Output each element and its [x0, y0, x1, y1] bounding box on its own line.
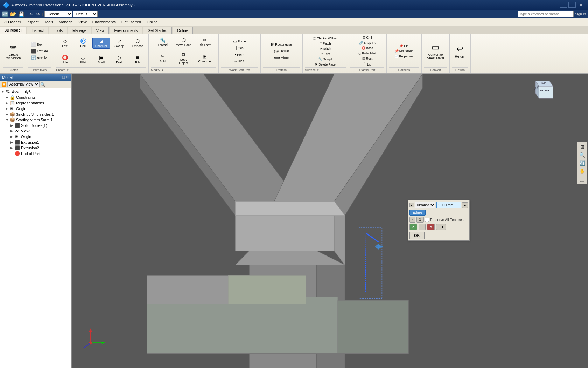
tree-item-solidbodies[interactable]: ▶ ⬛ Solid Bodies(1) — [1, 123, 70, 128]
qa-new[interactable]: 🆕 — [1, 11, 9, 18]
return-btn[interactable]: ↩ Return — [452, 35, 468, 67]
menu-inspect[interactable]: Inspect — [23, 19, 41, 25]
qa-undo[interactable]: ↩ — [29, 11, 34, 18]
tree-item-constraints[interactable]: ▶ 🔒 Constraints — [1, 95, 70, 100]
surface-dropdown-arrow[interactable]: ▾ — [317, 68, 319, 72]
tab-online[interactable]: Online — [173, 27, 193, 34]
viewcube[interactable]: FRONT LEFT TOP — [528, 77, 556, 102]
ft-chainsel-btn[interactable]: ⛓ — [416, 217, 424, 223]
coil-btn[interactable]: 🌀 Coil — [74, 38, 92, 49]
zoom-in-btn[interactable]: 🔍 — [578, 151, 586, 159]
pan-btn[interactable]: ✋ — [578, 167, 586, 175]
properties-btn[interactable]: 📄Properties — [393, 54, 415, 59]
minimize-btn[interactable]: ─ — [560, 2, 567, 8]
expand-extrusion1[interactable]: ▶ — [10, 141, 15, 144]
zoom-extents-btn[interactable]: ⊞ — [578, 143, 586, 151]
search-input[interactable] — [518, 11, 574, 17]
expand-origin[interactable]: ▶ — [6, 107, 10, 110]
expand-extrusion2[interactable]: ▶ — [10, 146, 15, 150]
rulefillet-btn[interactable]: ◡Rule Fillet — [357, 51, 377, 56]
menu-3dmodel[interactable]: 3D Model — [1, 19, 23, 25]
pingroup-btn[interactable]: 📌Pin Group — [393, 49, 415, 54]
tab-3dmodel[interactable]: 3D Model — [0, 27, 26, 34]
title-bar-controls[interactable]: ─ □ ✕ — [560, 2, 585, 8]
expand-constraints[interactable]: ▶ — [6, 96, 10, 99]
viewport[interactable]: FRONT LEFT TOP ⊞ 🔍 🔄 ✋ ⬚ ▸ Distance ▸ — [72, 74, 588, 368]
browser-filter-icon[interactable]: 🔽 — [1, 82, 7, 87]
circular-btn[interactable]: ◎Circular — [273, 48, 290, 54]
ft-preserve-checkbox[interactable] — [425, 218, 429, 222]
box-btn[interactable]: ⬜Box — [30, 41, 44, 48]
extrude-btn[interactable]: ⬛Extrude — [30, 48, 49, 54]
ft-distance-input[interactable] — [436, 202, 461, 208]
menu-tools[interactable]: Tools — [42, 19, 56, 25]
chamfer-btn[interactable]: ◢ Chamfer — [92, 38, 110, 49]
trim-btn[interactable]: ✂Trim — [319, 52, 332, 56]
point-btn[interactable]: •Point — [233, 52, 246, 58]
convertsheetmetal-btn[interactable]: ▭ Convert toSheet Metal — [425, 35, 446, 67]
browser-view-dropdown[interactable]: Assembly View — [7, 81, 40, 87]
expand-startingv[interactable]: ▼ — [6, 118, 10, 122]
tree-item-assembly3[interactable]: ▼ 🏗 Assembly3 — [1, 89, 70, 95]
snapfit-btn[interactable]: 🔗Snap Fit — [358, 40, 377, 45]
fillet-btn[interactable]: ◡ Fillet — [74, 54, 92, 65]
ft-options-btn[interactable]: ▸ — [410, 217, 415, 223]
rectangular-btn[interactable]: ⊞Rectangular — [270, 41, 294, 48]
expand-origin2[interactable]: ▶ — [10, 135, 15, 138]
browser-expand-btn[interactable]: □ — [62, 75, 65, 80]
ft-distance-mode-btn[interactable]: ▸ — [410, 203, 414, 207]
zoom-window-btn[interactable]: ⬚ — [578, 175, 586, 183]
editform-btn[interactable]: ✏ Edit Form — [195, 36, 215, 48]
rotate-btn[interactable]: 🔄 — [578, 159, 586, 167]
profile-dropdown[interactable]: Generic — [44, 11, 72, 17]
sign-in-btn[interactable]: Sign In — [574, 12, 587, 17]
expand-3inch[interactable]: ▶ — [6, 113, 10, 116]
deleteface-btn[interactable]: ✖Delete Face — [314, 62, 337, 67]
shell-btn[interactable]: ▣ Shell — [92, 54, 110, 65]
stitch-btn[interactable]: ⋈Stitch — [318, 46, 333, 51]
plane-btn[interactable]: ▭Plane — [232, 38, 247, 45]
boss-btn[interactable]: ⭕Boss — [360, 46, 374, 50]
sculpt-btn[interactable]: 🔧Sculpt — [317, 57, 333, 62]
axis-btn[interactable]: |Axis — [234, 45, 245, 51]
qa-open[interactable]: 📂 — [9, 11, 17, 18]
browser-close-btn[interactable]: ✕ — [66, 75, 69, 80]
tree-item-3inch[interactable]: ▶ 📦 3inch by 3inch sides:1 — [1, 111, 70, 117]
ft-accept-btn[interactable]: ✔ — [410, 224, 417, 230]
browser-minimize-btn[interactable]: _ — [59, 75, 61, 80]
menu-manage[interactable]: Manage — [56, 19, 76, 25]
moveface-btn[interactable]: ⬡ Move Face — [174, 36, 194, 48]
hole-btn[interactable]: ⭕ Hole — [56, 54, 74, 65]
menu-environments[interactable]: Environments — [90, 19, 119, 25]
ft-distance-inc-btn[interactable]: ▸ — [462, 202, 468, 208]
combine-btn[interactable]: ⊞ Combine — [195, 53, 215, 64]
expand-representations[interactable]: ▶ — [6, 101, 10, 105]
emboss-btn[interactable]: ⬡ Emboss — [129, 38, 146, 49]
ft-ok-btn[interactable]: OK — [410, 232, 425, 239]
expand-view[interactable]: ▶ — [10, 129, 15, 133]
ft-edges-btn[interactable]: Edges — [410, 210, 426, 216]
create-dropdown-arrow[interactable]: ▾ — [67, 68, 69, 72]
expand-assembly3[interactable]: ▼ — [1, 90, 6, 94]
ft-mode-dropdown[interactable]: Distance — [415, 202, 435, 208]
ft-cancel-btn[interactable]: ✕ — [427, 224, 435, 230]
pin-btn[interactable]: 📌Pin — [398, 43, 410, 48]
grill-btn[interactable]: ⊞Grill — [361, 35, 373, 40]
tab-manage[interactable]: Manage — [68, 27, 91, 34]
patch-btn[interactable]: ◻Patch — [318, 41, 332, 46]
create-2dsketch-btn[interactable]: ✏ Create2D Sketch — [4, 35, 23, 67]
thickenoffset-btn[interactable]: ⬚Thicken/Offset — [312, 36, 339, 41]
tab-inspect[interactable]: Inspect — [27, 27, 48, 34]
revolve-btn[interactable]: 🔄Revolve — [30, 55, 50, 61]
menu-view[interactable]: View — [76, 19, 90, 25]
sweep-btn[interactable]: ↗ Sweep — [111, 38, 128, 49]
expand-solidbodies[interactable]: ▶ — [10, 124, 15, 127]
tree-item-origin[interactable]: ▶ ✳ Origin — [1, 106, 70, 111]
color-scheme-dropdown[interactable]: Default — [73, 11, 98, 17]
qa-save[interactable]: 💾 — [18, 11, 25, 18]
tree-item-extrusion2[interactable]: ▶ ⬛ Extrusion2 — [1, 145, 70, 151]
tree-item-origin2[interactable]: ▶ ✳ Origin — [1, 134, 70, 139]
rest-btn[interactable]: ▤Rest — [361, 56, 374, 61]
tree-item-extrusion1[interactable]: ▶ ⬛ Extrusion1 — [1, 139, 70, 145]
tree-item-endofpart[interactable]: 🔴 End of Part — [1, 151, 70, 156]
